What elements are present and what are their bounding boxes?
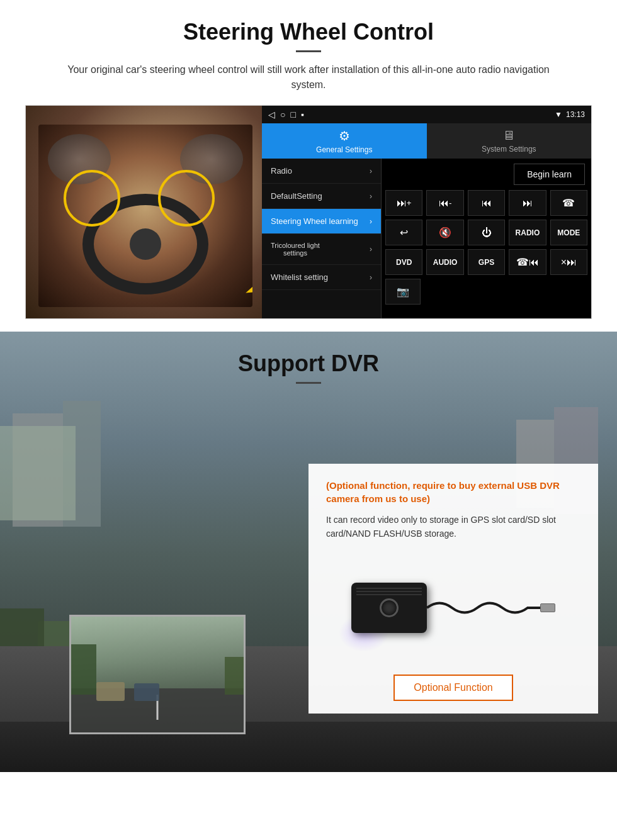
sw-circle-right bbox=[158, 170, 215, 227]
control-row-4: 📷 bbox=[385, 279, 587, 305]
dvr-title-area: Support DVR bbox=[0, 332, 617, 400]
back-icon: ◁ bbox=[268, 109, 275, 120]
tab-system-label: System Settings bbox=[482, 145, 536, 154]
menu-label-whitelist: Whitelist setting bbox=[271, 272, 328, 282]
vol-up-btn[interactable]: ⏭+ bbox=[385, 190, 422, 216]
statusbar-nav-icons: ◁ ○ □ ▪ bbox=[268, 109, 304, 120]
dvr-optional-text: (Optional function, require to buy exter… bbox=[326, 479, 580, 505]
dvr-thumb-inner bbox=[71, 617, 244, 732]
dvr-divider bbox=[296, 382, 321, 384]
dvr-thumbnail bbox=[69, 615, 246, 734]
android-statusbar: ◁ ○ □ ▪ ▼ 13:13 bbox=[262, 106, 591, 123]
wifi-icon: ▼ bbox=[555, 110, 562, 119]
mode-btn[interactable]: MODE bbox=[550, 220, 587, 245]
call-btn[interactable]: ☎ bbox=[550, 190, 587, 216]
dvr-description: It can record video only to storage in G… bbox=[326, 513, 580, 541]
chevron-icon: › bbox=[370, 217, 372, 226]
control-row-1: ⏭+ ⏮- ⏮ ⏭ ☎ bbox=[385, 190, 587, 216]
chevron-icon: › bbox=[370, 192, 372, 201]
camera-body bbox=[351, 583, 427, 633]
menu-label-tricoloured: Tricoloured lightsettings bbox=[271, 242, 320, 257]
steering-section: Steering Wheel Control Your original car… bbox=[0, 0, 617, 332]
steering-description: Your original car's steering wheel contr… bbox=[50, 62, 567, 92]
menu-item-steering-wheel-learning[interactable]: Steering Wheel learning › bbox=[262, 209, 381, 234]
camera-btn[interactable]: 📷 bbox=[385, 279, 421, 305]
camera-cable-svg bbox=[427, 595, 540, 620]
tab-general-label: General Settings bbox=[316, 145, 372, 154]
begin-learn-row: Begin learn bbox=[385, 162, 587, 186]
next-btn[interactable]: ⏭ bbox=[509, 190, 546, 216]
dvr-section: Support DVR (Optional function, require … bbox=[0, 332, 617, 772]
mute-next-btn[interactable]: ×⏭ bbox=[550, 249, 587, 275]
menu-item-defaultsetting[interactable]: DefaultSetting › bbox=[262, 184, 381, 209]
time-display: 13:13 bbox=[566, 110, 585, 119]
gps-btn[interactable]: GPS bbox=[468, 249, 505, 275]
chevron-icon: › bbox=[370, 167, 372, 176]
divider bbox=[296, 50, 321, 52]
optional-function-button[interactable]: Optional Function bbox=[393, 675, 512, 701]
dvr-background: Support DVR (Optional function, require … bbox=[0, 332, 617, 772]
call-prev-btn[interactable]: ☎⏮ bbox=[509, 249, 546, 275]
vol-down-btn[interactable]: ⏮- bbox=[426, 190, 463, 216]
hangup-btn[interactable]: ↩ bbox=[385, 220, 422, 245]
menu-label-radio: Radio bbox=[271, 166, 292, 176]
mute-btn[interactable]: 🔇 bbox=[426, 220, 463, 245]
control-row-2: ↩ 🔇 ⏻ RADIO MODE bbox=[385, 220, 587, 245]
screenshot-container: ➤ ◁ ○ □ ▪ ▼ 13:13 ⚙ bbox=[25, 105, 592, 319]
dvr-title: Support DVR bbox=[25, 350, 592, 377]
android-tabs: ⚙ General Settings 🖥 System Settings bbox=[262, 123, 591, 159]
menu-label-steering: Steering Wheel learning bbox=[271, 216, 358, 226]
prev-btn[interactable]: ⏮ bbox=[468, 190, 505, 216]
menu-item-radio[interactable]: Radio › bbox=[262, 159, 381, 184]
car-photo: ➤ bbox=[26, 106, 262, 319]
system-icon: 🖥 bbox=[502, 128, 515, 143]
menu-icon: ▪ bbox=[301, 109, 304, 120]
dvr-info-card: (Optional function, require to buy exter… bbox=[308, 464, 598, 714]
steering-title: Steering Wheel Control bbox=[25, 19, 592, 45]
menu-item-whitelist[interactable]: Whitelist setting › bbox=[262, 265, 381, 290]
control-row-3: DVD AUDIO GPS ☎⏮ ×⏭ bbox=[385, 249, 587, 275]
gear-icon: ⚙ bbox=[339, 128, 350, 143]
dvr-product-image bbox=[326, 551, 580, 664]
tab-general-settings[interactable]: ⚙ General Settings bbox=[262, 123, 427, 159]
android-ui: ◁ ○ □ ▪ ▼ 13:13 ⚙ General Settings 🖥 Sys… bbox=[262, 106, 591, 318]
menu-item-tricoloured[interactable]: Tricoloured lightsettings › bbox=[262, 234, 381, 265]
begin-learn-button[interactable]: Begin learn bbox=[514, 164, 585, 185]
power-btn[interactable]: ⏻ bbox=[468, 220, 505, 245]
menu-label-defaultsetting: DefaultSetting bbox=[271, 191, 322, 201]
button-grid: Begin learn ⏭+ ⏮- ⏮ ⏭ ☎ ↩ 🔇 ⏻ bbox=[382, 159, 591, 318]
menu-list: Radio › DefaultSetting › Steering Wheel … bbox=[262, 159, 382, 318]
audio-btn[interactable]: AUDIO bbox=[426, 249, 463, 275]
dvd-btn[interactable]: DVD bbox=[385, 249, 422, 275]
car-photo-inner: ➤ bbox=[26, 106, 262, 319]
android-content: Radio › DefaultSetting › Steering Wheel … bbox=[262, 159, 591, 318]
chevron-icon: › bbox=[370, 273, 372, 282]
sw-circle-left bbox=[64, 170, 120, 227]
usb-plug bbox=[540, 603, 555, 612]
chevron-icon: › bbox=[370, 245, 372, 254]
radio-btn[interactable]: RADIO bbox=[509, 220, 546, 245]
home-icon: ○ bbox=[280, 109, 285, 120]
tab-system-settings[interactable]: 🖥 System Settings bbox=[427, 123, 592, 159]
camera-lens bbox=[380, 598, 399, 617]
recents-icon: □ bbox=[290, 109, 295, 120]
